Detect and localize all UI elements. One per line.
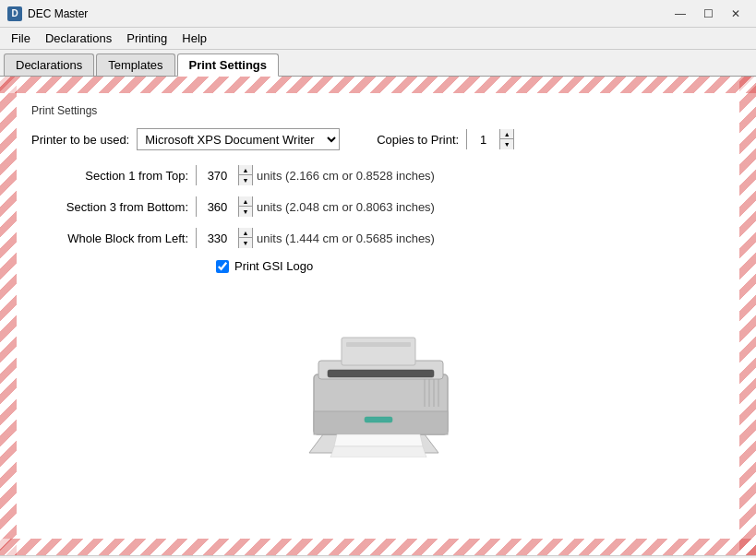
print-gsi-row: Print GSI Logo xyxy=(216,259,725,273)
copies-label: Copies to Print: xyxy=(377,133,459,147)
section3-down-button[interactable]: ▼ xyxy=(239,207,252,217)
whole-block-unit: units (1.444 cm or 0.5685 inches) xyxy=(257,232,435,245)
section-label: Print Settings xyxy=(31,104,725,117)
stripe-left xyxy=(0,77,17,555)
app-icon: D xyxy=(7,6,22,21)
section3-input[interactable] xyxy=(197,196,238,217)
section3-label: Section 3 from Bottom: xyxy=(31,200,188,214)
svg-rect-5 xyxy=(365,417,392,422)
maximize-button[interactable]: ☐ xyxy=(695,5,721,23)
window-controls: — ☐ ✕ xyxy=(667,5,749,23)
svg-marker-11 xyxy=(330,446,426,457)
copies-down-button[interactable]: ▼ xyxy=(500,139,513,149)
tab-print-settings[interactable]: Print Settings xyxy=(177,53,280,77)
whole-block-row: Whole Block from Left: ▲ ▼ units (1.444 … xyxy=(31,228,725,248)
printer-illustration xyxy=(277,291,480,457)
section1-spinner: ▲ ▼ xyxy=(196,165,253,185)
app-title: DEC Master xyxy=(28,7,667,20)
menu-help[interactable]: Help xyxy=(174,30,214,47)
section3-spinner: ▲ ▼ xyxy=(196,196,253,217)
copies-up-button[interactable]: ▲ xyxy=(500,129,513,139)
print-gsi-checkbox[interactable] xyxy=(216,260,229,273)
whole-block-input[interactable] xyxy=(197,228,238,248)
copies-spinner-buttons: ▲ ▼ xyxy=(499,129,513,149)
menu-printing[interactable]: Printing xyxy=(119,30,174,47)
whole-block-spinner-buttons: ▲ ▼ xyxy=(238,228,252,248)
svg-rect-3 xyxy=(328,370,434,377)
printer-image-area xyxy=(31,291,725,457)
section1-unit: units (2.166 cm or 0.8528 inches) xyxy=(257,169,435,183)
stripe-bottom xyxy=(0,539,756,555)
svg-rect-13 xyxy=(346,342,411,347)
section3-spinner-buttons: ▲ ▼ xyxy=(238,196,252,217)
close-button[interactable]: ✕ xyxy=(723,5,749,23)
content-area: Print Settings Printer to be used: Micro… xyxy=(0,77,756,555)
print-gsi-label[interactable]: Print GSI Logo xyxy=(234,259,313,273)
printer-label: Printer to be used: xyxy=(31,133,129,147)
section1-label: Section 1 from Top: xyxy=(31,169,188,183)
section3-unit: units (2.048 cm or 0.8063 inches) xyxy=(257,200,435,214)
minimize-button[interactable]: — xyxy=(667,5,693,23)
whole-block-spinner: ▲ ▼ xyxy=(196,228,253,248)
menu-declarations[interactable]: Declarations xyxy=(38,30,119,47)
svg-rect-4 xyxy=(314,411,448,434)
menu-file[interactable]: File xyxy=(4,30,38,47)
svg-rect-12 xyxy=(342,338,415,365)
menu-bar: File Declarations Printing Help xyxy=(0,28,756,50)
tab-templates[interactable]: Templates xyxy=(96,53,174,76)
tab-declarations[interactable]: Declarations xyxy=(4,53,94,76)
stripe-right xyxy=(739,77,756,555)
copies-input[interactable] xyxy=(467,129,499,149)
section1-row: Section 1 from Top: ▲ ▼ units (2.166 cm … xyxy=(31,165,725,185)
section1-input[interactable] xyxy=(197,165,238,185)
whole-block-up-button[interactable]: ▲ xyxy=(239,228,252,238)
copies-spinner: ▲ ▼ xyxy=(466,129,514,149)
svg-marker-10 xyxy=(334,434,423,446)
section3-row: Section 3 from Bottom: ▲ ▼ units (2.048 … xyxy=(31,196,725,217)
title-bar: D DEC Master — ☐ ✕ xyxy=(0,0,756,28)
whole-block-label: Whole Block from Left: xyxy=(31,232,188,245)
section3-up-button[interactable]: ▲ xyxy=(239,196,252,207)
printer-select[interactable]: Microsoft XPS Document Writer PDF Printe… xyxy=(137,128,340,150)
printer-row: Printer to be used: Microsoft XPS Docume… xyxy=(31,128,725,150)
tab-bar: Declarations Templates Print Settings xyxy=(0,50,756,77)
whole-block-down-button[interactable]: ▼ xyxy=(239,238,252,248)
content-inner: Print Settings Printer to be used: Micro… xyxy=(17,93,739,539)
section1-up-button[interactable]: ▲ xyxy=(239,165,252,175)
stripe-top xyxy=(0,77,756,93)
section1-spinner-buttons: ▲ ▼ xyxy=(238,165,252,185)
section1-down-button[interactable]: ▼ xyxy=(239,175,252,185)
